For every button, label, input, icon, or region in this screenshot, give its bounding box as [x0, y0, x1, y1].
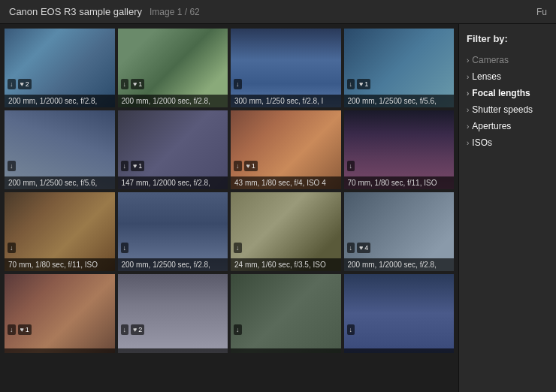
download-button[interactable]: ↓	[121, 161, 129, 171]
gallery-image	[344, 274, 455, 353]
gallery-item-label: 70 mm, 1/80 sec, f/11, ISO	[8, 261, 111, 269]
download-button[interactable]: ↓	[8, 161, 16, 171]
filter-focal-lengths-label: Focal lengths	[472, 88, 530, 98]
gallery-item-label: 200 mm, 1/2500 sec, f/5.6,	[348, 97, 451, 105]
download-button[interactable]: ↓	[8, 243, 16, 253]
gallery-item-overlay: 200 mm, 1/2500 sec, f/2.8,	[118, 258, 228, 271]
heart-button[interactable]: ♥ 2	[131, 324, 144, 335]
filter-apertures[interactable]: › Apertures	[467, 118, 548, 134]
gallery-item[interactable]: ↓300 mm, 1/250 sec, f/2.8, I	[231, 29, 341, 107]
header: Canon EOS R3 sample gallery Image 1 / 62…	[0, 0, 556, 24]
gallery-image	[231, 274, 341, 353]
filter-shutter-speeds-label: Shutter speeds	[472, 104, 533, 115]
filter-apertures-label: Apertures	[472, 121, 511, 131]
gallery-item-label: 70 mm, 1/80 sec, f/11, ISO	[348, 179, 451, 187]
chevron-right-icon: ›	[467, 73, 469, 81]
chevron-right-icon: ›	[467, 89, 469, 98]
gallery-item-overlay	[5, 348, 115, 353]
filter-cameras[interactable]: › Cameras	[467, 52, 548, 68]
filter-focal-lengths[interactable]: › Focal lengths	[467, 85, 548, 101]
gallery-item[interactable]: ↓70 mm, 1/80 sec, f/11, ISO	[344, 110, 455, 189]
gallery-item-overlay: 200 mm, 1/2500 sec, f/5.6,	[344, 95, 455, 107]
gallery-item-actions: ↓♥ 1	[121, 161, 145, 171]
gallery-item-actions: ↓♥ 4	[347, 243, 371, 253]
gallery-item[interactable]: ↓	[344, 274, 455, 353]
gallery[interactable]: ↓♥ 2200 mm, 1/2000 sec, f/2.8,↓♥ 1200 mm…	[0, 24, 458, 392]
filter-shutter-speeds[interactable]: › Shutter speeds	[467, 101, 548, 118]
gallery-item-actions: ↓♥ 1	[121, 79, 145, 89]
gallery-item[interactable]: ↓♥ 2	[118, 274, 228, 353]
gallery-item-actions: ↓	[121, 243, 129, 253]
download-button[interactable]: ↓	[347, 324, 355, 335]
heart-button[interactable]: ♥ 1	[131, 161, 144, 171]
download-button[interactable]: ↓	[234, 79, 242, 89]
gallery-item[interactable]: ↓200 mm, 1/2500 sec, f/5.6,	[5, 110, 115, 189]
chevron-right-icon: ›	[467, 106, 469, 114]
gallery-item-overlay	[231, 348, 341, 353]
gallery-item[interactable]: ↓♥ 143 mm, 1/80 sec, f/4, ISO 4	[231, 110, 341, 189]
heart-button[interactable]: ♥ 4	[357, 243, 370, 253]
gallery-item-label: 200 mm, 1/2500 sec, f/2.8,	[122, 261, 225, 269]
download-button[interactable]: ↓	[234, 161, 242, 171]
gallery-item-label: 200 mm, 1/2000 sec, f/2.8,	[122, 97, 225, 105]
download-button[interactable]: ↓	[347, 161, 355, 171]
filter-lenses[interactable]: › Lenses	[467, 68, 548, 85]
gallery-item-actions: ↓	[234, 324, 242, 335]
gallery-item-actions: ↓	[8, 243, 16, 253]
gallery-title: Canon EOS R3 sample gallery	[9, 6, 142, 17]
gallery-item-label: 24 mm, 1/60 sec, f/3.5, ISO	[234, 261, 337, 269]
gallery-item-overlay: 147 mm, 1/2000 sec, f/2.8,	[118, 176, 228, 189]
download-button[interactable]: ↓	[347, 79, 355, 89]
gallery-item-actions: ↓	[8, 161, 16, 171]
download-button[interactable]: ↓	[121, 243, 129, 253]
gallery-item-label: 200 mm, 1/2500 sec, f/5.6,	[8, 179, 111, 187]
heart-button[interactable]: ♥ 1	[357, 79, 370, 89]
download-button[interactable]: ↓	[234, 324, 242, 335]
gallery-item[interactable]: ↓♥ 2200 mm, 1/2000 sec, f/2.8,	[5, 29, 115, 107]
gallery-item[interactable]: ↓♥ 1200 mm, 1/2500 sec, f/5.6,	[344, 29, 455, 107]
gallery-item-overlay: 300 mm, 1/250 sec, f/2.8, I	[231, 95, 341, 107]
gallery-item-actions: ↓♥ 1	[347, 79, 371, 89]
download-button[interactable]: ↓	[8, 79, 16, 89]
sidebar: Filter by: › Cameras › Lenses › Focal le…	[458, 24, 556, 392]
download-button[interactable]: ↓	[8, 324, 16, 335]
download-button[interactable]: ↓	[121, 324, 129, 335]
download-button[interactable]: ↓	[234, 243, 242, 253]
download-button[interactable]: ↓	[347, 243, 355, 253]
download-button[interactable]: ↓	[121, 79, 129, 89]
gallery-item[interactable]: ↓200 mm, 1/2500 sec, f/2.8,	[118, 192, 228, 271]
filter-title: Filter by:	[467, 33, 548, 44]
gallery-item-label: 200 mm, 1/2000 sec, f/2.8,	[8, 97, 111, 105]
gallery-item-actions: ↓♥ 2	[8, 79, 32, 89]
gallery-item-overlay: 24 mm, 1/60 sec, f/3.5, ISO	[231, 258, 341, 271]
gallery-item[interactable]: ↓70 mm, 1/80 sec, f/11, ISO	[5, 192, 115, 271]
filter-isos[interactable]: › ISOs	[467, 134, 548, 151]
gallery-item-label: 43 mm, 1/80 sec, f/4, ISO 4	[234, 179, 337, 187]
heart-button[interactable]: ♥ 2	[18, 79, 32, 89]
main-content: ↓♥ 2200 mm, 1/2000 sec, f/2.8,↓♥ 1200 mm…	[0, 24, 556, 392]
header-right: Fu	[536, 7, 547, 17]
gallery-item-actions: ↓♥ 1	[8, 324, 32, 335]
gallery-item[interactable]: ↓♥ 1200 mm, 1/2000 sec, f/2.8,	[118, 29, 228, 107]
gallery-item[interactable]: ↓	[231, 274, 341, 353]
gallery-item-label: 147 mm, 1/2000 sec, f/2.8,	[122, 179, 225, 187]
gallery-item-overlay: 70 mm, 1/80 sec, f/11, ISO	[5, 258, 115, 271]
gallery-item-overlay: 200 mm, 1/2000 sec, f/2.8,	[118, 95, 228, 107]
heart-button[interactable]: ♥ 1	[131, 79, 144, 89]
gallery-image	[5, 274, 115, 353]
gallery-item[interactable]: ↓♥ 1147 mm, 1/2000 sec, f/2.8,	[118, 110, 228, 189]
gallery-item-actions: ↓	[347, 161, 355, 171]
gallery-item[interactable]: ↓♥ 4200 mm, 1/2000 sec, f/2.8,	[344, 192, 455, 271]
gallery-item-overlay: 43 mm, 1/80 sec, f/4, ISO 4	[231, 176, 341, 189]
gallery-item[interactable]: ↓♥ 1	[5, 274, 115, 353]
gallery-image	[118, 274, 228, 353]
gallery-item-label: 200 mm, 1/2000 sec, f/2.8,	[348, 261, 451, 269]
filter-lenses-label: Lenses	[472, 71, 501, 82]
gallery-item[interactable]: ↓24 mm, 1/60 sec, f/3.5, ISO	[231, 192, 341, 271]
gallery-item-overlay: 200 mm, 1/2500 sec, f/5.6,	[5, 176, 115, 189]
gallery-item-label: 300 mm, 1/250 sec, f/2.8, I	[234, 97, 337, 105]
image-info: Image 1 / 62	[150, 7, 200, 17]
gallery-grid: ↓♥ 2200 mm, 1/2000 sec, f/2.8,↓♥ 1200 mm…	[5, 29, 454, 353]
heart-button[interactable]: ♥ 1	[18, 324, 32, 335]
heart-button[interactable]: ♥ 1	[244, 161, 258, 171]
